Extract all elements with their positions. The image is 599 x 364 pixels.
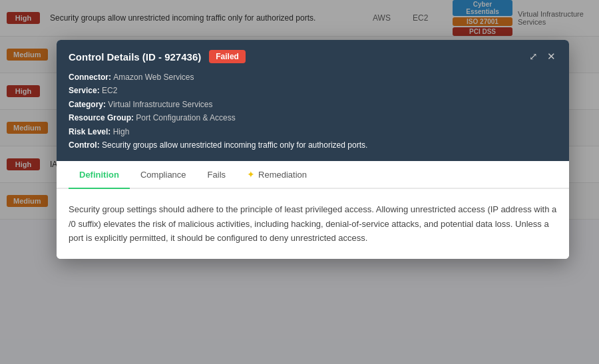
modal-tabs: Definition Compliance Fails ✦ Remediatio… (57, 161, 569, 189)
risk-level-row: Risk Level: High (69, 125, 557, 138)
category-label: Category: (69, 100, 108, 109)
modal-header: Control Details (ID - 927436) Failed ⤢ ✕… (57, 40, 569, 161)
tab-fails-label: Fails (208, 170, 226, 180)
category-row: Category: Virtual Infrastructure Service… (69, 98, 557, 111)
close-button[interactable]: ✕ (546, 49, 557, 64)
risk-level-label: Risk Level: (69, 127, 113, 136)
modal-title-row: Control Details (ID - 927436) Failed ⤢ ✕ (69, 49, 557, 64)
control-label: Control: (69, 140, 102, 150)
control-value: Security groups allow unrestricted incom… (102, 140, 367, 150)
modal-title: Control Details (ID - 927436) (69, 51, 201, 63)
definition-text: Security group settings should adhere to… (69, 202, 557, 245)
modal-title-group: Control Details (ID - 927436) Failed (69, 50, 246, 63)
tab-compliance[interactable]: Compliance (130, 161, 197, 189)
tab-compliance-label: Compliance (140, 170, 186, 180)
tab-remediation-label: Remediation (258, 170, 307, 180)
modal-actions[interactable]: ⤢ ✕ (528, 49, 557, 64)
tab-remediation[interactable]: ✦ Remediation (236, 161, 317, 189)
tab-definition-label: Definition (79, 170, 119, 180)
connector-label: Connector: (69, 73, 113, 82)
resource-group-value: Port Configuration & Access (136, 113, 235, 122)
expand-button[interactable]: ⤢ (528, 49, 539, 64)
resource-group-label: Resource Group: (69, 113, 136, 122)
service-label: Service: (69, 86, 102, 95)
risk-level-value: High (113, 127, 130, 136)
tab-definition[interactable]: Definition (69, 161, 130, 189)
service-row: Service: EC2 (69, 84, 557, 97)
modal-meta: Connector: Amazon Web Services Service: … (69, 71, 557, 152)
modal-body: Security group settings should adhere to… (57, 189, 569, 258)
connector-value: Amazon Web Services (113, 73, 194, 82)
category-value: Virtual Infrastructure Services (108, 100, 212, 109)
service-value: EC2 (102, 86, 117, 95)
resource-group-row: Resource Group: Port Configuration & Acc… (69, 111, 557, 124)
star-icon: ✦ (247, 169, 255, 180)
control-row: Control: Security groups allow unrestric… (69, 138, 557, 152)
tab-fails[interactable]: Fails (197, 161, 236, 189)
control-details-modal: Control Details (ID - 927436) Failed ⤢ ✕… (57, 40, 569, 259)
connector-row: Connector: Amazon Web Services (69, 71, 557, 84)
status-badge: Failed (209, 50, 246, 63)
